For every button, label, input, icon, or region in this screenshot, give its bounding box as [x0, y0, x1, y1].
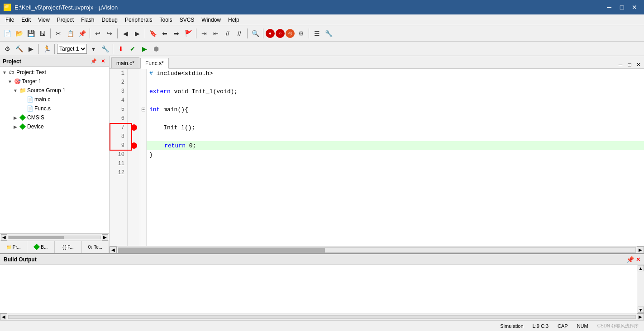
tree-item-target[interactable]: ▼ 🎯 Target 1	[0, 77, 109, 86]
code-line-5[interactable]: int main(){	[147, 105, 644, 114]
tree-item-device[interactable]: ▶ Device	[0, 122, 109, 131]
target-select[interactable]: Target 1	[57, 44, 87, 54]
code-line-7[interactable]: Init_l();	[147, 123, 644, 132]
menu-view[interactable]: View	[34, 16, 53, 24]
vscroll-down-btn[interactable]: ▼	[638, 307, 644, 313]
open-file-button[interactable]: 📂	[14, 28, 24, 39]
cut-button[interactable]: ✂	[53, 28, 64, 39]
menu-file[interactable]: File	[2, 16, 18, 24]
expand-icon-device[interactable]: ▶	[13, 124, 18, 129]
hscroll-thumb[interactable]	[118, 248, 325, 253]
menu-peripherals[interactable]: Peripherals	[121, 16, 156, 24]
debug-toolbar-button[interactable]: ▶	[25, 43, 36, 54]
menu-flash[interactable]: Flash	[77, 16, 98, 24]
clear-bookmarks-button[interactable]: 🚩	[183, 28, 194, 39]
hscroll-track[interactable]	[118, 247, 636, 253]
build-hscroll-track[interactable]	[8, 315, 636, 319]
build-pin-button[interactable]: 📌	[626, 256, 634, 263]
tree-item-source-group[interactable]: ▼ 📁 Source Group 1	[0, 86, 109, 95]
expand-icon-cmsis[interactable]: ▶	[13, 115, 18, 120]
project-settings-button[interactable]: ⚙	[2, 43, 13, 54]
bottom-tab-functions[interactable]: { } F...	[55, 241, 82, 254]
tab-mainc[interactable]: main.c*	[111, 57, 139, 68]
expand-icon-target[interactable]: ▼	[7, 79, 13, 84]
bp-slot-5[interactable]	[128, 105, 140, 114]
tree-item-cmsis[interactable]: ▶ CMSIS	[0, 113, 109, 122]
prev-bookmark-button[interactable]: ⬅	[159, 28, 170, 39]
maximize-button[interactable]: □	[616, 3, 628, 12]
bp-slot-12[interactable]	[128, 168, 140, 177]
expand-icon-project[interactable]: ▼	[2, 70, 7, 75]
menu-window[interactable]: Window	[198, 16, 224, 24]
tree-item-mainc[interactable]: ▶ 📄 main.c	[0, 95, 109, 104]
manage-button[interactable]: 🔧	[100, 43, 110, 54]
erase-button[interactable]: ✔	[127, 43, 138, 54]
bottom-tab-books[interactable]: B...	[27, 241, 54, 254]
menu-debug[interactable]: Debug	[98, 16, 121, 24]
code-line-8[interactable]	[147, 132, 644, 141]
panel-close-button[interactable]: ✕	[99, 58, 106, 65]
code-line-6[interactable]	[147, 114, 644, 123]
download-button[interactable]: ⬇	[115, 43, 126, 54]
code-editor[interactable]: 1 2 3 4 5 6 7 8 9 10 11 12	[110, 69, 644, 246]
save-all-button[interactable]: 🖫	[37, 28, 48, 39]
build-all-button[interactable]: ○	[276, 29, 285, 38]
code-line-10[interactable]: }	[147, 150, 644, 159]
bp-slot-3[interactable]	[128, 87, 140, 96]
new-file-button[interactable]: 📄	[2, 28, 13, 39]
menu-project[interactable]: Project	[53, 16, 77, 24]
code-line-1[interactable]: # include<stdio.h>	[147, 69, 644, 78]
translate-button[interactable]: ◎	[286, 29, 295, 38]
hscroll-right-btn[interactable]: ▶	[637, 246, 644, 254]
bp-slot-9[interactable]	[128, 141, 140, 150]
tree-scroll-left[interactable]: ◀	[1, 234, 7, 241]
bottom-tab-templates[interactable]: 0↓ Te...	[82, 241, 109, 254]
unindent-button[interactable]: ⇤	[210, 28, 221, 39]
paste-button[interactable]: 📌	[76, 28, 87, 39]
bp-slot-7[interactable]	[128, 123, 140, 132]
code-line-2[interactable]	[147, 78, 644, 87]
code-line-12[interactable]	[147, 168, 644, 177]
view-select-button[interactable]: ☰	[311, 28, 322, 39]
build-button[interactable]: ●	[266, 29, 275, 38]
panel-pin-button[interactable]: 📌	[90, 58, 97, 65]
bp-slot-1[interactable]	[128, 69, 140, 78]
options-button[interactable]: ⚙	[296, 28, 306, 39]
bp-slot-10[interactable]	[128, 150, 140, 159]
indent-button[interactable]: ⇥	[199, 28, 210, 39]
hscroll-left-btn[interactable]: ◀	[110, 246, 117, 254]
code-content[interactable]: # include<stdio.h> extern void Init_l(vo…	[147, 69, 644, 246]
search-button[interactable]: 🔍	[250, 28, 261, 39]
tree-item-funcs[interactable]: ▶ 📄 Func.s	[0, 104, 109, 113]
vscroll-up-btn[interactable]: ▲	[638, 265, 644, 271]
save-button[interactable]: 💾	[25, 28, 36, 39]
bp-slot-11[interactable]	[128, 159, 140, 168]
fold-5[interactable]: ⊟	[140, 105, 147, 114]
next-bookmark-button[interactable]: ➡	[171, 28, 182, 39]
build-close-button[interactable]: ✕	[636, 256, 640, 263]
copy-button[interactable]: 📋	[65, 28, 76, 39]
tree-scroll-right[interactable]: ▶	[102, 234, 108, 241]
undo-button[interactable]: ↩	[92, 28, 103, 39]
build-hscroll-right[interactable]: ▶	[637, 313, 644, 321]
bp-slot-8[interactable]	[128, 132, 140, 141]
code-line-4[interactable]	[147, 96, 644, 105]
expand-icon-sourcegroup[interactable]: ▼	[13, 88, 18, 93]
settings-button[interactable]: 🔧	[323, 28, 334, 39]
editor-maximize-button[interactable]: □	[626, 61, 633, 68]
comment-button[interactable]: //	[222, 28, 233, 39]
bookmark-toggle-button[interactable]: 🔖	[148, 28, 158, 39]
build-vscrollbar[interactable]: ▲ ▼	[637, 265, 644, 313]
bp-slot-6[interactable]	[128, 114, 140, 123]
code-line-9[interactable]: return 0;	[147, 141, 644, 150]
tab-funcs[interactable]: Func.s*	[140, 58, 169, 69]
build-toolbar-button[interactable]: 🔨	[14, 43, 24, 54]
close-button[interactable]: ✕	[629, 3, 640, 12]
bp-slot-2[interactable]	[128, 78, 140, 87]
code-line-11[interactable]	[147, 159, 644, 168]
code-line-3[interactable]: extern void Init_l(void);	[147, 87, 644, 96]
build-hscroll-left[interactable]: ◀	[0, 313, 7, 321]
target-options-button[interactable]: ▾	[88, 43, 99, 54]
run-button[interactable]: 🏃	[41, 43, 52, 54]
redo-button[interactable]: ↪	[104, 28, 115, 39]
